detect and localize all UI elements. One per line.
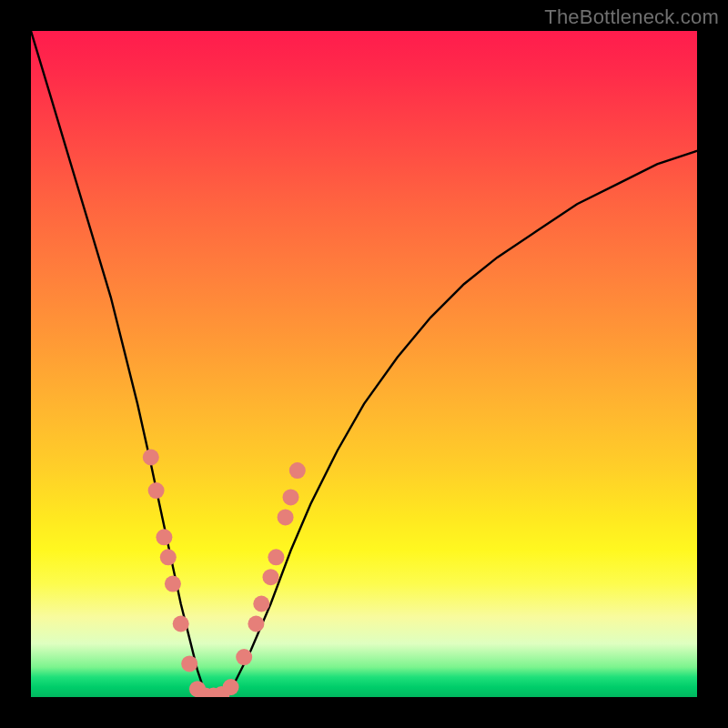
highlight-point — [268, 549, 284, 565]
highlight-point — [289, 462, 306, 479]
highlight-point — [283, 489, 299, 505]
highlight-point — [263, 569, 279, 585]
bottleneck-curve — [31, 31, 697, 697]
highlight-point — [278, 509, 294, 525]
chart-frame: TheBottleneck.com — [0, 0, 728, 728]
highlight-point — [236, 649, 252, 665]
chart-overlay — [31, 31, 697, 697]
highlight-point — [165, 576, 181, 592]
highlight-point — [248, 616, 264, 632]
highlight-point — [148, 482, 165, 499]
highlight-point — [143, 450, 159, 466]
highlight-point — [173, 616, 189, 632]
highlight-point — [253, 596, 269, 612]
highlight-point — [160, 549, 177, 565]
watermark-text: TheBottleneck.com — [544, 5, 719, 29]
highlight-point — [181, 655, 197, 672]
highlight-point — [223, 679, 239, 695]
highlight-point — [156, 529, 172, 545]
plot-area — [31, 31, 697, 697]
